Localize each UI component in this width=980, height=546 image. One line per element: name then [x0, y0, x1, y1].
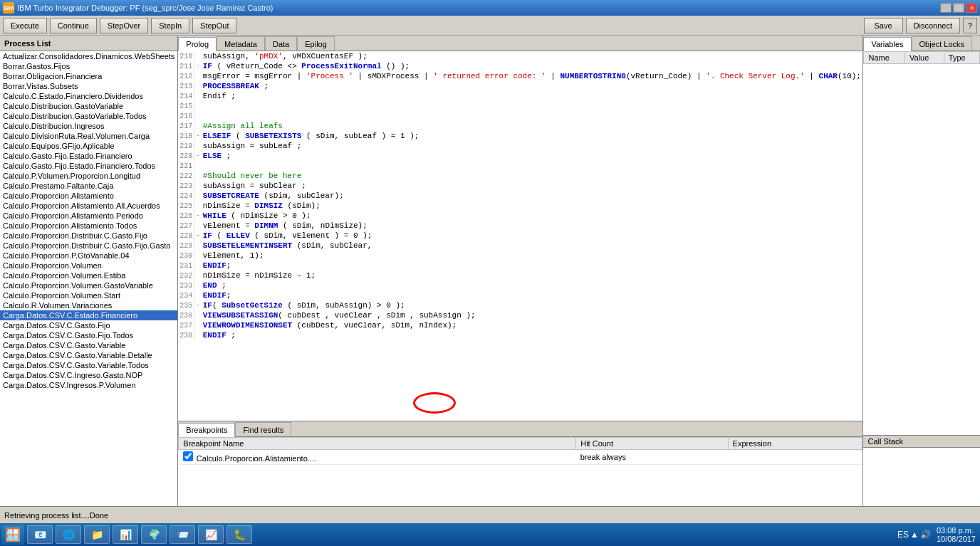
process-item[interactable]: Borrar.Obligacion.Financiera: [0, 71, 177, 81]
process-item[interactable]: Calculo.Distribucion.Ingresos: [0, 121, 177, 131]
fold-button[interactable]: [194, 181, 202, 191]
fold-button[interactable]: -: [194, 151, 202, 161]
fold-button[interactable]: [194, 271, 202, 280]
process-item[interactable]: Borrar.Vistas.Subsets: [0, 81, 177, 91]
fold-button[interactable]: [194, 51, 202, 61]
start-button[interactable]: 🪟: [1, 525, 24, 545]
fold-button[interactable]: [194, 251, 202, 261]
process-item[interactable]: Carga.Datos.CSV.C.Gasto.Variable: [0, 340, 177, 350]
process-item[interactable]: Calculo.Gasto.Fijo.Estado.Financiero: [0, 151, 177, 161]
process-item[interactable]: Calculo.R.Volumen.Variaciones: [0, 300, 177, 310]
disconnect-button[interactable]: Disconnect: [906, 18, 960, 33]
main-area: Process List Actualizar.Consolidadores.D…: [0, 36, 980, 506]
process-item[interactable]: Calculo.Prestamo.Faltante.Caja: [0, 181, 177, 191]
process-item[interactable]: Calculo.Proporcion.Alistamiento.Todos: [0, 221, 177, 231]
process-item[interactable]: Carga.Datos.CSV.C.Ingreso.Gasto.NOP: [0, 370, 177, 380]
process-item[interactable]: Calculo.Proporcion.P.GtoVariable.04: [0, 251, 177, 261]
fold-button[interactable]: [194, 201, 202, 211]
taskbar-app6[interactable]: 📨: [170, 525, 195, 544]
process-item[interactable]: Calculo.Proporcion.Alistamiento.Periodo: [0, 211, 177, 221]
process-item[interactable]: Calculo.Equipos.GFijo.Aplicable: [0, 141, 177, 151]
process-list-content[interactable]: Actualizar.Consolidadores.Dinamicos.WebS…: [0, 51, 177, 506]
fold-button[interactable]: -: [194, 211, 202, 221]
fold-button[interactable]: [194, 320, 202, 330]
process-item[interactable]: Calculo.Distribucion.GastoVariable: [0, 101, 177, 111]
fold-button[interactable]: [194, 111, 202, 121]
taskbar-excel[interactable]: 📈: [198, 525, 224, 544]
stepover-button[interactable]: StepOver: [100, 18, 148, 33]
minimize-button[interactable]: _: [940, 3, 952, 13]
process-item[interactable]: Calculo.Proporcion.Distribuir.C.Gasto.Fi…: [0, 231, 177, 241]
process-item[interactable]: Carga.Datos.CSV.C.Gasto.Variable.Todos: [0, 360, 177, 370]
process-item[interactable]: Carga.Datos.CSV.Ingresos.P.Volumen: [0, 380, 177, 390]
code-line: 229 SUBSETELEMENTINSERT (sDim, subClear,: [178, 241, 862, 251]
taskbar-chrome[interactable]: 🌐: [56, 525, 81, 544]
taskbar-explorer[interactable]: 📁: [84, 525, 110, 544]
fold-button[interactable]: [194, 101, 202, 111]
code-scroll-area[interactable]: 210 subAssign, 'pMDX', vMDXCuentasEF ); …: [178, 51, 862, 421]
tab-variables[interactable]: Variables: [863, 37, 911, 51]
tab-find-results[interactable]: Find results: [235, 422, 291, 436]
process-item[interactable]: Calculo.P.Volumen.Proporcion.Longitud: [0, 171, 177, 181]
continue-button[interactable]: Continue: [50, 18, 97, 33]
process-item[interactable]: Calculo.Proporcion.Volumen.GastoVariable: [0, 280, 177, 290]
tab-metadata[interactable]: Metadata: [217, 36, 265, 51]
process-item[interactable]: Calculo.C.Estado.Financiero.Dividendos: [0, 91, 177, 101]
fold-button[interactable]: [194, 121, 202, 131]
fold-button[interactable]: [194, 221, 202, 231]
line-number: 231: [178, 261, 194, 271]
process-item[interactable]: Calculo.Proporcion.Volumen: [0, 261, 177, 271]
fold-button[interactable]: [194, 71, 202, 81]
taskbar-app5[interactable]: 🌍: [141, 525, 167, 544]
fold-button[interactable]: -: [194, 300, 202, 310]
process-item[interactable]: Carga.Datos.CSV.C.Gasto.Fijo.Todos: [0, 330, 177, 340]
process-item[interactable]: Borrar.Gastos.Fijos: [0, 61, 177, 71]
code-line: 228 - IF ( ELLEV ( sDim, vElement ) = 0 …: [178, 231, 862, 241]
fold-button[interactable]: -: [194, 131, 202, 141]
fold-button[interactable]: -: [194, 231, 202, 241]
execute-button[interactable]: Execute: [3, 18, 47, 33]
tab-prolog[interactable]: Prolog: [178, 37, 217, 51]
fold-button[interactable]: [194, 280, 202, 290]
fold-button[interactable]: [194, 191, 202, 201]
fold-button[interactable]: [194, 171, 202, 181]
fold-button[interactable]: [194, 241, 202, 251]
taskbar-app4[interactable]: 📊: [113, 525, 138, 544]
help-button[interactable]: ?: [963, 18, 977, 33]
fold-button[interactable]: [194, 91, 202, 101]
fold-button[interactable]: [194, 161, 202, 171]
process-item[interactable]: Calculo.Gasto.Fijo.Estado.Financiero.Tod…: [0, 161, 177, 171]
process-item[interactable]: Calculo.Proporcion.Distribuir.C.Gasto.Fi…: [0, 241, 177, 251]
process-item[interactable]: Carga.Datos.CSV.C.Estado.Financiero: [0, 310, 177, 320]
close-button[interactable]: ✕: [966, 3, 977, 13]
process-item[interactable]: Calculo.Distribucion.GastoVariable.Todos: [0, 111, 177, 121]
process-item[interactable]: Carga.Datos.CSV.C.Gasto.Variable.Detalle: [0, 350, 177, 360]
process-item[interactable]: Carga.Datos.CSV.C.Gasto.Fijo: [0, 320, 177, 330]
process-item[interactable]: Calculo.Proporcion.Alistamiento: [0, 191, 177, 201]
process-item[interactable]: Calculo.DivisionRuta.Real.Volumen.Carga: [0, 131, 177, 141]
tab-epilog[interactable]: Epilog: [297, 36, 335, 51]
tab-object-locks[interactable]: Object Locks: [912, 36, 973, 51]
fold-button[interactable]: [194, 310, 202, 320]
fold-button[interactable]: [194, 261, 202, 271]
fold-button[interactable]: -: [194, 61, 202, 71]
process-item[interactable]: Actualizar.Consolidadores.Dinamicos.WebS…: [0, 51, 177, 61]
stepinto-button[interactable]: StepIn: [151, 18, 189, 33]
save-button[interactable]: Save: [864, 18, 903, 33]
tab-data[interactable]: Data: [265, 36, 297, 51]
code-line: 224 SUBSETCREATE (sDim, subClear);: [178, 191, 862, 201]
bp-col-hitcount: Hit Count: [576, 438, 728, 450]
fold-button[interactable]: [194, 330, 202, 340]
fold-button[interactable]: [194, 81, 202, 91]
bp-checkbox[interactable]: [183, 451, 193, 461]
stepout-button[interactable]: StepOut: [192, 18, 236, 33]
tab-breakpoints[interactable]: Breakpoints: [178, 423, 235, 437]
taskbar-debugger[interactable]: 🐛: [226, 525, 252, 544]
maximize-button[interactable]: □: [953, 3, 964, 13]
process-item[interactable]: Calculo.Proporcion.Volumen.Start: [0, 290, 177, 300]
fold-button[interactable]: [194, 141, 202, 151]
taskbar-outlook[interactable]: 📧: [27, 525, 53, 544]
fold-button[interactable]: [194, 290, 202, 300]
process-item[interactable]: Calculo.Proporcion.Volumen.Estiba: [0, 271, 177, 280]
process-item[interactable]: Calculo.Proporcion.Alistamiento.All.Acue…: [0, 201, 177, 211]
